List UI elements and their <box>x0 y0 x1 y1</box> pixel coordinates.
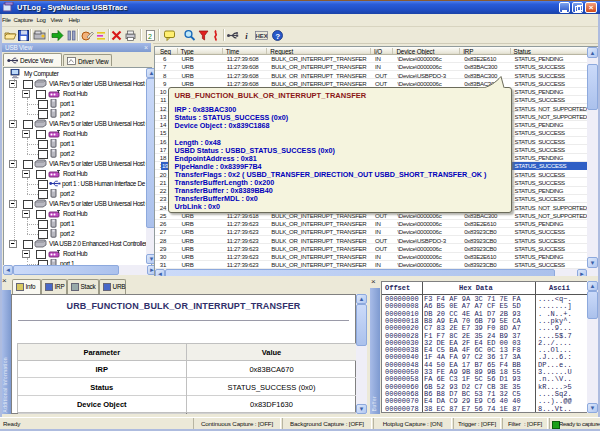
svg-text:?: ? <box>275 32 280 41</box>
svg-text:i: i <box>245 31 248 41</box>
svg-text:HEX: HEX <box>256 33 268 39</box>
svg-text:2: 2 <box>148 33 152 40</box>
